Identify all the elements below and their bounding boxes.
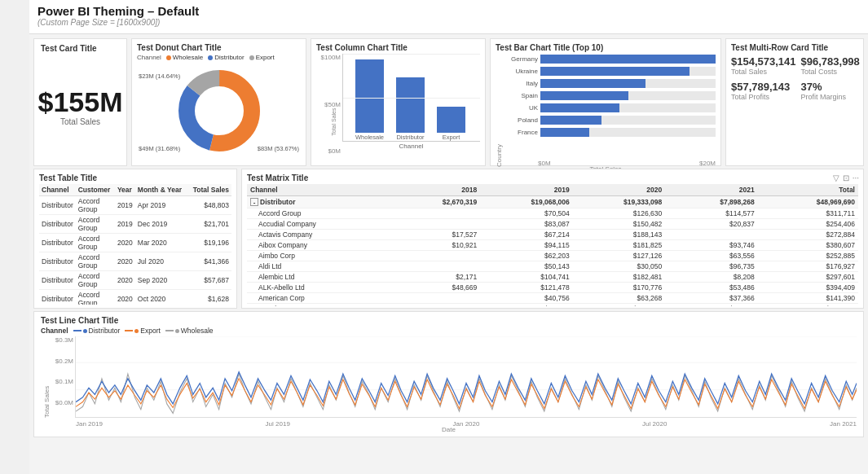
matrix-child-row: Aibox Company$10,921$94,115$181,825$93,7… — [247, 240, 858, 251]
table-cell: Distributor — [39, 196, 76, 215]
donut-svg-rebuilt — [174, 66, 264, 156]
bar-country: Ukraine — [504, 68, 538, 75]
table-tbody: DistributorAccord Group2019Apr 2019$48,8… — [39, 196, 231, 305]
matrix-child-cell: $311,711 — [758, 208, 858, 219]
bar-y-label: Country — [496, 55, 503, 167]
bar-bg — [540, 116, 716, 125]
matrix-child-row: Aimbo Corp$62,203$127,126$63,556$252,885 — [247, 251, 858, 261]
col-bar-wholesale-lbl: Wholesale — [355, 134, 384, 141]
legend-wholesale: Wholesale — [166, 54, 203, 61]
matrix-child-cell: $126,630 — [573, 208, 666, 219]
matrix-group-cell: $19,068,006 — [480, 196, 573, 208]
matrix-child-cell: $114,577 — [665, 208, 758, 219]
lx-jan19: Jan 2019 — [76, 420, 103, 428]
matrix-rebuilt: Test Matrix Title Channel 2018 2019 2020… — [241, 169, 864, 309]
table-cell: $41,366 — [184, 252, 231, 271]
matrix-child-cell: $181,825 — [573, 240, 666, 251]
table-cell: Distributor — [39, 290, 76, 305]
matrix-child-cell: $48,669 — [395, 283, 480, 293]
matrix-child-cell: $20,837 — [665, 219, 758, 230]
metric-val-1: $154,573,141 — [731, 55, 796, 68]
bar-chart-title-rebuilt: Test Bar Chart Title (Top 10) — [496, 43, 716, 52]
line-y-label: Total Sales — [41, 336, 52, 418]
table-scroll[interactable]: Channel Customer Year Month & Year Total… — [39, 184, 231, 305]
metric-profit-margins: 37% Profit Margins — [801, 81, 860, 101]
table-cell: Accord Group — [76, 234, 115, 252]
bar-chart-rebuilt: Test Bar Chart Title (Top 10) Country Ge… — [490, 38, 721, 166]
bar-bg — [540, 103, 716, 112]
matrix-child-cell: $63,556 — [665, 251, 758, 261]
matrix-child-name: Americures Corp — [247, 304, 395, 307]
bar-bg — [540, 91, 716, 100]
donut-dist-label: $49M (31.68%) — [139, 145, 180, 152]
metric-total-costs: $96,783,998 Total Costs — [801, 55, 860, 76]
matrix-child-row: Aldi Ltd$50,143$30,050$96,735$176,927 — [247, 261, 858, 272]
matrix-child-cell: $37,366 — [665, 293, 758, 304]
table-cell: 2020 — [115, 234, 135, 252]
bar-chart-content: Country Germany Ukraine Italy — [496, 55, 716, 167]
matrix-child-cell: $176,927 — [758, 261, 858, 272]
bar-row: Ukraine — [504, 67, 716, 76]
mth-ch2: Channel — [247, 184, 395, 196]
matrix-table-rebuilt: Channel 2018 2019 2020 2021 Total -Distr… — [247, 184, 858, 306]
col-bar-wholesale: Wholesale — [355, 59, 384, 141]
metric-lbl-4: Profit Margins — [801, 93, 860, 101]
bar-bg — [540, 55, 716, 64]
table-row: DistributorAccord Group2019Dec 2019$21,7… — [39, 215, 231, 234]
col-y-label: Total Sales — [331, 108, 337, 136]
matrix-child-row: Americures Corp$56,189$149,512$41,768$24… — [247, 304, 858, 307]
matrix-child-name: Aldi Ltd — [247, 261, 395, 272]
col-bar-dist-fill — [396, 77, 425, 133]
kpi-val: $155M — [38, 87, 123, 117]
matrix-child-cell: $150,482 — [573, 219, 666, 230]
exp-dot-indicator — [134, 329, 139, 333]
line-chart-title: Test Line Chart Title — [41, 316, 857, 325]
matrix-child-cell: $141,390 — [758, 293, 858, 304]
more-icon[interactable]: ··· — [853, 173, 859, 182]
expand-icon-matrix[interactable]: ⊡ — [843, 173, 849, 182]
filter-icon[interactable]: ▽ — [833, 173, 839, 182]
matrix-scroll[interactable]: Channel 2018 2019 2020 2021 Total -Distr… — [247, 184, 858, 306]
mth-21: 2021 — [665, 184, 758, 196]
table-cell: 2019 — [115, 196, 135, 215]
metric-lbl-1: Total Sales — [731, 68, 796, 76]
col-bars-area: Wholesale Distributor Export — [342, 54, 480, 142]
bar-row: Spain — [504, 91, 716, 100]
matrix-child-name: Actavis Company — [247, 230, 395, 240]
bar-row: UK — [504, 103, 716, 112]
matrix-child-name: American Corp — [247, 293, 395, 304]
table-header: Channel Customer Year Month & Year Total… — [39, 184, 231, 196]
matrix-child-cell: $41,768 — [665, 304, 758, 307]
line-chart-svg — [76, 336, 857, 417]
table-cell: Distributor — [39, 234, 76, 252]
table-cell: Jul 2020 — [135, 252, 184, 271]
kpi-title: Test Card Title — [41, 44, 120, 53]
matrix-group-row: -Distributor$2,670,319$19,068,006$19,333… — [247, 196, 858, 208]
matrix-child-cell: $93,746 — [665, 240, 758, 251]
metric-lbl-3: Total Profits — [731, 93, 796, 101]
matrix-title-rebuilt: Test Matrix Title — [247, 173, 858, 182]
matrix-child-cell: $10,921 — [395, 240, 480, 251]
matrix-child-cell: $170,776 — [573, 283, 666, 293]
col-chart-inner: $100M $50M $0M Total Sales Wholesale Dis… — [316, 54, 480, 168]
table-cell: Dec 2019 — [135, 215, 184, 234]
matrix-child-cell: $53,486 — [665, 283, 758, 293]
col-bar-distributor: Distributor — [396, 77, 425, 141]
matrix-child-cell: $17,527 — [395, 230, 480, 240]
matrix-child-cell: $297,601 — [758, 272, 858, 283]
matrix-child-cell — [395, 293, 480, 304]
col-y-50: $50M — [316, 101, 341, 108]
matrix-group-cell: $19,333,098 — [573, 196, 666, 208]
matrix-expand[interactable]: - — [250, 198, 258, 206]
matrix-child-cell: $62,203 — [480, 251, 573, 261]
table-row: DistributorAccord Group2020Mar 2020$19,1… — [39, 234, 231, 252]
legend-export2: Export — [249, 54, 275, 61]
donut-visual-rebuilt: $23M (14.64%) $49M (31.68%) $83M (53.67%… — [137, 63, 301, 159]
col-bar-export-fill — [437, 107, 465, 133]
matrix-child-cell — [395, 208, 480, 219]
col-y-axis: $100M $50M $0M — [316, 54, 341, 155]
bar-row: Germany — [504, 55, 716, 64]
matrix-child-row: Accudial Company$83,087$150,482$20,837$2… — [247, 219, 858, 230]
table-row: DistributorAccord Group2020Sep 2020$57,6… — [39, 271, 231, 290]
matrix-child-cell: $394,409 — [758, 283, 858, 293]
